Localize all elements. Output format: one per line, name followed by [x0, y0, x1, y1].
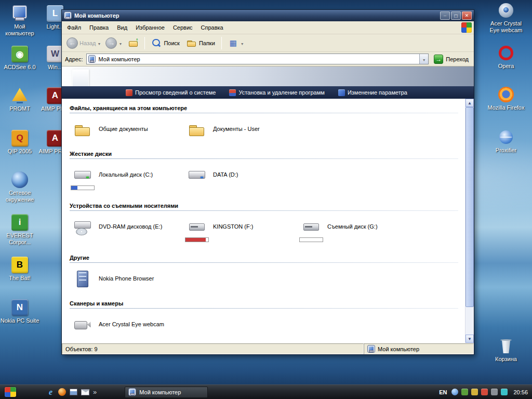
desktop-icon[interactable]: Acer Crystal Eye webcam — [486, 2, 526, 34]
address-dropdown-button[interactable] — [419, 54, 428, 64]
desktop-icon[interactable]: Мой компьютер — [0, 5, 39, 37]
scrollbar-thumb[interactable] — [466, 107, 474, 307]
desktop-icon[interactable]: QQIP 2005 — [0, 130, 39, 155]
drive-item[interactable]: Съемный диск (G:) — [298, 218, 413, 242]
scroll-down-button[interactable]: ▼ — [466, 335, 474, 343]
toolbar: Назад Поиск Папки ▦ — [62, 34, 474, 52]
desktop-icon[interactable]: Mozilla Firefox — [486, 86, 526, 111]
go-button[interactable]: Переход — [432, 55, 471, 64]
forward-button[interactable] — [104, 36, 124, 50]
desktop-icon[interactable]: Proxifier — [486, 129, 526, 154]
mail-icon[interactable] — [81, 388, 89, 396]
chevron-down-icon — [422, 56, 426, 62]
up-folder-icon — [128, 38, 138, 48]
content-section: Файлы, хранящиеся на этом компьютереОбщи… — [70, 101, 458, 147]
vertical-scrollbar[interactable]: ▲ ▼ — [465, 99, 474, 343]
address-combo[interactable]: Мой компьютер — [86, 54, 429, 64]
task-computer-icon — [128, 388, 136, 396]
back-button[interactable]: Назад — [65, 36, 102, 50]
tray-icon[interactable] — [491, 389, 498, 395]
menu-item[interactable]: Вид — [113, 22, 131, 33]
drive-item[interactable]: Acer Crystal Eye webcam — [70, 316, 184, 334]
banner-task-label: Установка и удаление программ — [238, 89, 324, 96]
menu-item[interactable]: Сервис — [169, 22, 197, 33]
drive-item[interactable]: KINGSTON (F:) — [184, 218, 298, 242]
tray-icon[interactable] — [451, 389, 458, 395]
desktop-icon[interactable]: Opera — [486, 45, 526, 70]
media-player-icon[interactable] — [58, 388, 66, 396]
firefox-icon — [498, 86, 514, 103]
tray-icon[interactable] — [471, 389, 478, 395]
drive-item[interactable]: DVD-RAM дисковод (E:) — [70, 218, 184, 242]
views-button[interactable]: ▦ — [225, 36, 247, 50]
webcam-icon — [498, 2, 514, 19]
forward-dropdown-icon[interactable] — [118, 40, 122, 46]
disk-usage-fill — [71, 186, 77, 190]
menu-item[interactable]: Избранное — [131, 22, 169, 33]
banner-task[interactable]: Установка и удаление программ — [229, 89, 324, 96]
desktop-icon[interactable]: iEVEREST Corpor... — [0, 214, 39, 246]
item-label: KINGSTON (F:) — [213, 218, 253, 230]
banner-task[interactable]: Изменение параметра — [338, 89, 407, 96]
toolbar-separator — [221, 37, 222, 49]
scroll-up-button[interactable]: ▲ — [466, 99, 474, 107]
computer-icon — [11, 5, 28, 22]
desktop-icon-label: Proxifier — [496, 147, 516, 154]
search-button[interactable]: Поиск — [149, 36, 182, 50]
desktop-icon-label: QIP 2005 — [8, 148, 32, 155]
desktop-icon[interactable]: BThe Bat! — [0, 257, 39, 282]
item-label: Документы - User — [213, 121, 260, 132]
desktop-icon[interactable]: Сетевое окружение — [0, 171, 39, 203]
minimize-button[interactable] — [440, 11, 450, 20]
close-button[interactable] — [462, 11, 472, 20]
up-button[interactable] — [125, 36, 141, 50]
menu-item[interactable]: Файл — [63, 22, 85, 33]
item-icon-column — [70, 270, 96, 288]
window-titlebar[interactable]: Мой компьютер — [62, 10, 474, 21]
drive-item[interactable]: Документы - User — [184, 121, 298, 138]
section-items: Общие документыДокументы - User — [70, 121, 458, 147]
go-arrow-icon — [434, 55, 443, 64]
drive-item[interactable]: Общие документы — [70, 121, 184, 138]
forward-arrow-icon — [105, 37, 117, 49]
windows-logo-icon — [461, 22, 472, 33]
window-controls — [440, 11, 472, 20]
folders-button[interactable]: Папки — [184, 36, 218, 50]
item-label: DVD-RAM дисковод (E:) — [99, 218, 162, 230]
banner-task[interactable]: Просмотр сведений о системе — [126, 89, 216, 96]
start-button[interactable] — [5, 387, 16, 397]
drive-item[interactable]: Локальный диск (C:) — [70, 166, 184, 190]
menu-item[interactable]: Справка — [197, 22, 228, 33]
desktop-icon[interactable]: NNokia PC Suite — [0, 299, 39, 324]
language-indicator[interactable]: EN — [437, 389, 448, 395]
scrollbar-track[interactable] — [466, 107, 474, 335]
maximize-button[interactable] — [451, 11, 461, 20]
menu-bar: ФайлПравкаВидИзбранноеСервисСправка — [62, 21, 474, 34]
menu-item[interactable]: Правка — [85, 22, 113, 33]
task-button-label: Мой компьютер — [139, 389, 181, 395]
address-value: Мой компьютер — [99, 56, 140, 62]
internet-explorer-icon[interactable]: e — [46, 388, 55, 396]
back-dropdown-icon[interactable] — [98, 40, 101, 46]
quicklaunch-overflow-chevron[interactable]: » — [92, 388, 98, 396]
item-label: Съемный диск (G:) — [327, 218, 378, 230]
desktop-icon[interactable]: ◉ACDSee 6.0 — [0, 46, 39, 71]
desktop-icon[interactable]: PROMT — [0, 87, 39, 112]
item-label: Общие документы — [99, 121, 148, 132]
disk-usage-bar — [71, 185, 95, 190]
tray-icon[interactable] — [461, 389, 468, 395]
drive-item[interactable]: Nokia Phone Browser — [70, 270, 184, 288]
taskbar-task-button[interactable]: Мой компьютер — [125, 387, 208, 398]
add-remove-icon — [229, 89, 236, 96]
views-dropdown-icon[interactable] — [241, 40, 244, 46]
desktop-icon[interactable]: Корзина — [486, 338, 526, 363]
drive-item[interactable]: DATA (D:) — [184, 166, 298, 190]
item-icon-column — [70, 166, 96, 190]
status-location-pane: Мой компьютер — [364, 343, 474, 354]
tray-icon[interactable] — [501, 389, 508, 395]
item-icon-column — [70, 316, 96, 334]
folder-icon — [188, 121, 206, 138]
show-desktop-icon[interactable] — [69, 388, 78, 396]
tray-icon[interactable] — [481, 389, 488, 395]
status-computer-icon — [367, 345, 375, 353]
